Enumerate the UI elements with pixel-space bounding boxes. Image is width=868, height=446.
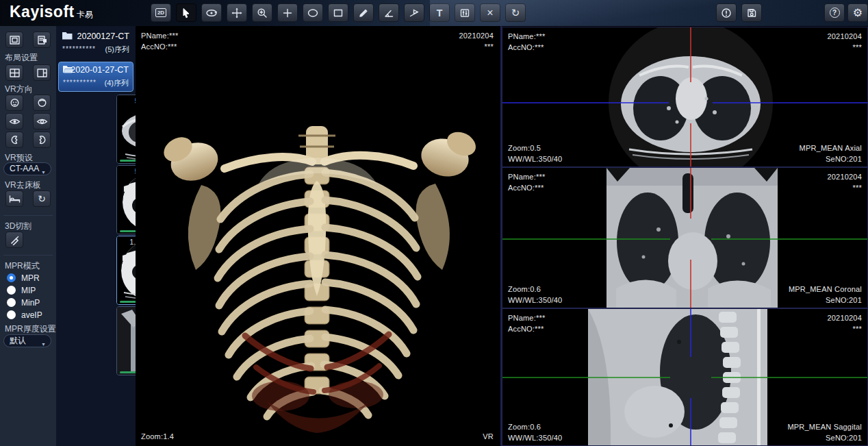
mpr-mode-radio-mpr[interactable]: MPR [7, 273, 40, 283]
chevron-down-icon: ▼ [41, 338, 46, 350]
overlay-mode: MPR_MEAN Coronal [789, 285, 862, 293]
radio-icon [7, 310, 16, 319]
tool-info-button[interactable] [716, 3, 737, 22]
rotate-3d-icon [205, 8, 218, 18]
overlay-seno: SeNO:201 [826, 296, 862, 304]
vr-preset-select[interactable]: CT-AAA ▼ [3, 162, 51, 175]
vr-eye-anterior-icon [9, 117, 21, 126]
chevron-down-icon: ▼ [41, 166, 46, 178]
sagittal-viewport[interactable]: PName:*** AccNO:*** 20210204 *** Zoom:0.… [502, 308, 868, 446]
study-title: 2020-01-27-CT [71, 65, 129, 75]
layout-section-label: 布局设置 [5, 52, 38, 64]
vr-volume-render [136, 26, 500, 446]
tool-crosshair-button[interactable] [277, 3, 298, 22]
overlay-date: 20210204 [827, 32, 862, 40]
window-level-icon [459, 8, 470, 18]
tool-reset-button[interactable]: ↻ [505, 3, 526, 22]
tool-text-button[interactable]: T [429, 3, 450, 22]
tool-measure-button[interactable] [353, 3, 374, 22]
overlay-pname: PName:*** [508, 32, 545, 40]
mpr-mode-radio-aveip[interactable]: aveIP [7, 310, 42, 320]
info-icon [721, 8, 732, 18]
tool-2d-mode-button[interactable]: 2D [151, 3, 171, 22]
overlay-accno: AccNO:*** [508, 325, 544, 333]
measure-pencil-icon [358, 8, 369, 18]
overlay-pname: PName:*** [141, 32, 178, 40]
gear-icon: ⚙ [853, 6, 863, 19]
layout-report-button[interactable] [33, 32, 51, 48]
layout-split-right-button[interactable] [33, 64, 51, 81]
cobb-angle-icon [409, 8, 420, 18]
folder-icon [62, 31, 73, 40]
2d-mode-icon: 2D [155, 8, 166, 17]
overlay-stars: *** [853, 184, 862, 192]
save-disk-icon [746, 8, 757, 18]
study-item-2-selected[interactable]: 2020-01-27-CT ********** (4)序列 [58, 62, 133, 92]
overlay-accno: AccNO:*** [141, 42, 177, 51]
vr-bed-reset-button[interactable]: ↻ [33, 190, 51, 207]
overlay-date: 20210204 [827, 314, 862, 322]
tool-zoom-in-button[interactable] [252, 3, 272, 22]
layout-split-right-icon [37, 69, 47, 77]
mpr-mode-label: MPR模式 [5, 260, 40, 272]
vr-viewport[interactable]: PName:*** AccNO:*** 20210204 *** Zoom:1.… [136, 26, 500, 446]
axial-viewport[interactable]: PName:*** AccNO:*** 20210204 *** Zoom:0.… [502, 27, 868, 167]
radio-label: MPR [21, 273, 40, 283]
cut-3d-label: 3D切割 [5, 221, 31, 232]
overlay-date: 20210204 [827, 173, 862, 181]
tool-angle-button[interactable] [379, 3, 399, 22]
pan-icon [231, 8, 242, 18]
vr-head-anterior-button[interactable] [5, 95, 23, 111]
tool-help-button[interactable]: ? [824, 3, 845, 22]
delete-x-icon: × [487, 8, 493, 18]
layout-single-button[interactable] [5, 32, 23, 48]
radio-icon [7, 298, 16, 307]
layout-grid-2x2-button[interactable] [5, 64, 23, 81]
tool-window-level-button[interactable] [455, 3, 475, 22]
vr-head-posterior-button[interactable] [33, 95, 51, 111]
overlay-wwwl: WW/WL:350/40 [508, 155, 562, 163]
sidebar-divider [3, 215, 53, 216]
vr-head-right-button[interactable] [33, 132, 51, 148]
overlay-zoom: Zoom:1.4 [141, 432, 174, 441]
patient-masked: ********** [63, 79, 97, 86]
tool-save-button[interactable] [741, 3, 762, 22]
zoom-in-icon [257, 8, 268, 18]
tool-ellipse-button[interactable] [303, 3, 323, 22]
overlay-mode: MPR_MEAN Saggital [787, 423, 862, 431]
tool-delete-button[interactable]: × [480, 3, 500, 22]
vr-preset-value: CT-AAA [10, 164, 39, 173]
vr-eye-posterior-button[interactable] [33, 113, 51, 129]
overlay-date: 20210204 [459, 32, 494, 40]
tool-cursor-button[interactable] [176, 3, 196, 22]
header: Kayisoft卡易 2D [0, 0, 868, 26]
cut-3d-button[interactable] [5, 232, 23, 248]
overlay-mode: VR [483, 432, 494, 441]
radio-icon [7, 286, 16, 295]
mpr-thickness-label: MPR厚度设置 [5, 323, 56, 335]
series-count: (4)序列 [105, 78, 129, 88]
reset-bed-icon: ↻ [38, 193, 46, 204]
series-panel: 20200127-CT ********** (5)序列 2020-01-27-… [56, 26, 136, 446]
radio-label: MIP [21, 286, 36, 295]
crosshair-icon [282, 8, 293, 18]
overlay-zoom: Zoom:0.5 [508, 144, 541, 152]
tool-cobb-angle-button[interactable] [404, 3, 424, 22]
vr-eye-anterior-button[interactable] [5, 113, 23, 129]
tool-pan-button[interactable] [227, 3, 247, 22]
overlay-stars: *** [853, 325, 862, 333]
tool-rectangle-button[interactable] [328, 3, 348, 22]
toolbar-settings-group: ? ⚙ [824, 3, 868, 22]
tool-settings-button[interactable]: ⚙ [847, 3, 868, 22]
study-title: 20200127-CT [77, 32, 129, 41]
tool-rotate-3d-button[interactable] [201, 3, 222, 22]
vr-remove-bed-button[interactable] [5, 190, 23, 207]
mpr-mode-radio-minp[interactable]: MinP [7, 297, 40, 308]
study-item-1[interactable]: 20200127-CT ********** (5)序列 [58, 29, 133, 59]
mpr-thickness-select[interactable]: 默认 ▼ [3, 334, 51, 347]
vr-head-left-button[interactable] [5, 132, 23, 148]
overlay-pname: PName:*** [508, 314, 545, 322]
coronal-viewport[interactable]: PName:*** AccNO:*** 20210204 *** Zoom:0.… [502, 167, 868, 308]
vr-head-anterior-icon [10, 98, 20, 108]
mpr-mode-radio-mip[interactable]: MIP [7, 285, 36, 295]
